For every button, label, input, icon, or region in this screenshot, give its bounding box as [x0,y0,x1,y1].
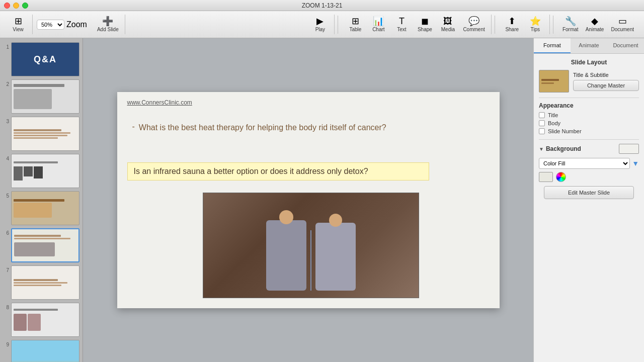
main-layout: 1 Q&A 2 3 [0,38,644,362]
tips-button[interactable]: ⭐ Tips [524,15,546,34]
media-icon: 🖼 [443,17,452,26]
slide-number: 5 [3,193,9,199]
color-fill-select[interactable]: Color Fill [539,158,630,169]
add-slide-button[interactable]: ➕ Add Slide [94,15,122,34]
layout-name: Title & Subtitle [573,72,639,78]
list-item[interactable]: 3 [3,117,79,151]
tab-animate[interactable]: Animate [571,38,607,53]
divider-3 [553,16,553,34]
text-button[interactable]: T Text [390,15,413,34]
list-item[interactable]: 7 [3,265,79,300]
slide-number: 3 [3,119,9,124]
divider-2 [495,16,495,34]
color-wheel[interactable] [556,172,566,182]
slide-number: 9 [3,342,9,347]
close-button[interactable] [4,3,10,9]
right-panel: Format Animate Document Slide Layout Tit… [533,38,644,362]
layout-info: Title & Subtitle Change Master [573,72,639,91]
share-icon: ⬆ [508,17,516,26]
background-header: ▼ Background [539,144,639,154]
maximize-button[interactable] [22,3,28,9]
comment-icon: 💬 [468,17,479,26]
text-label: Text [397,27,406,32]
shape-button[interactable]: ◼ Shape [414,15,436,34]
highlight-text: Is an infrared sauna a better option or … [134,167,368,175]
color-fill-row: Color Fill ▼ [539,158,639,169]
play-button[interactable]: ▶ Play [309,15,331,34]
document-label: Document [611,27,634,32]
collapse-arrow-icon[interactable]: ▼ [539,146,544,152]
slide-number-checkbox-row: Slide Number [539,128,639,134]
comment-label: Comment [463,27,485,32]
animate-icon: ◆ [591,17,598,26]
slide-number: 7 [3,267,9,273]
layout-preview-row: Title & Subtitle Change Master [539,70,639,93]
tips-label: Tips [530,27,540,32]
color-swatch[interactable] [539,172,553,182]
divider-1 [338,16,338,34]
list-item[interactable]: 4 [3,154,79,188]
background-color-box[interactable] [619,144,639,154]
titlebar: ZOOM 1-13-21 [0,0,644,11]
tips-icon: ⭐ [530,17,541,26]
minimize-button[interactable] [13,3,19,9]
view-button[interactable]: ⊞ View [7,15,29,34]
title-checkbox[interactable] [539,112,545,118]
share-button[interactable]: ⬆ Share [501,15,523,34]
list-item[interactable]: 1 Q&A [3,42,79,76]
body-checkbox[interactable] [539,120,545,126]
list-item[interactable]: 9 [3,340,79,362]
format-panel-label: Format [562,27,579,32]
appearance-title: Appearance [539,102,639,109]
slide-number-checkbox-label: Slide Number [548,128,582,134]
document-button[interactable]: ▭ Document [608,15,637,34]
animate-button[interactable]: ◆ Animate [583,15,607,34]
slide-url: www.ConnersClinic.com [127,99,192,106]
list-item[interactable]: 6 [3,228,79,262]
play-group: ▶ Play [306,15,335,34]
slide-thumbnail: Q&A [11,42,79,76]
zoom-control: 50% 75% 100% Zoom [34,20,90,30]
slide-layout-title: Slide Layout [539,59,639,66]
table-icon: ⊞ [352,17,359,26]
slide-thumbnail [11,79,79,114]
right-panel-content: Slide Layout Title & Subtitle Change Mas… [534,54,644,362]
slide-panel: 1 Q&A 2 3 [0,38,83,362]
table-button[interactable]: ⊞ Table [344,15,366,34]
slide-thumbnail [11,117,79,151]
color-row [539,172,639,182]
comment-button[interactable]: 💬 Comment [460,15,488,34]
slide-thumbnail [11,340,79,362]
slide-number: 8 [3,305,9,310]
list-item[interactable]: 2 [3,79,79,114]
share-label: Share [505,27,519,32]
slide-highlight: Is an infrared sauna a better option or … [127,162,429,180]
shape-label: Shape [418,27,432,32]
add-slide-group: ➕ Add Slide [91,15,125,34]
slide-number-checkbox[interactable] [539,128,545,134]
color-fill-dropdown-icon[interactable]: ▼ [632,159,639,167]
format-panel-button[interactable]: 🔧 Format [559,15,582,34]
tab-format[interactable]: Format [534,38,571,53]
media-button[interactable]: 🖼 Media [437,15,459,34]
shape-icon: ◼ [421,17,429,26]
slide-thumbnail [11,303,79,337]
tab-document[interactable]: Document [607,38,644,53]
zoom-select[interactable]: 50% 75% 100% [37,20,64,30]
list-item[interactable]: 8 [3,303,79,337]
body-checkbox-label: Body [548,120,560,126]
view-label: View [13,27,24,32]
slide-number: 2 [3,81,9,87]
slide-thumbnail [11,191,79,225]
view-group: ⊞ View [4,15,33,34]
chart-button[interactable]: 📊 Chart [367,15,389,34]
list-item[interactable]: 5 [3,191,79,225]
change-master-button[interactable]: Change Master [573,80,639,91]
toolbar: ⊞ View 50% 75% 100% Zoom ➕ Add Slide ▶ P… [0,11,644,38]
traffic-lights [4,3,28,9]
play-icon: ▶ [316,17,324,26]
slide-thumbnail [11,228,79,262]
share-group: ⬆ Share ⭐ Tips [498,15,550,34]
slide-thumbnail [11,154,79,188]
edit-master-button[interactable]: Edit Master Slide [544,186,634,199]
